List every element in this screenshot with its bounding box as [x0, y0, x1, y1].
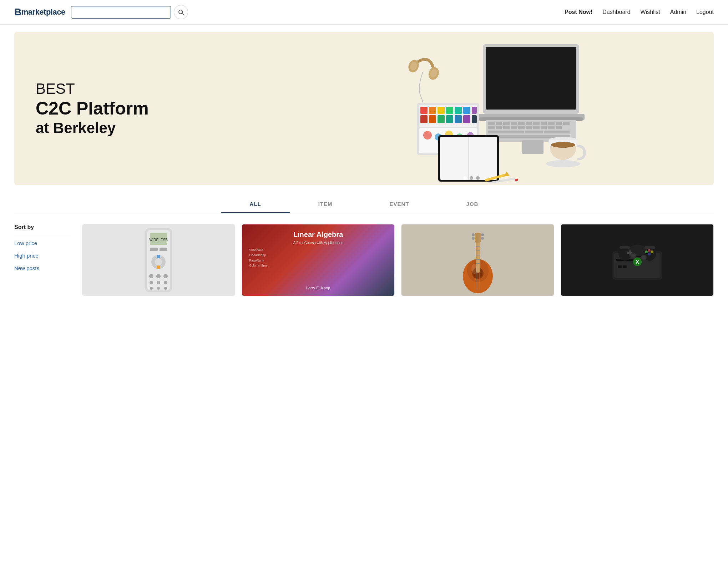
svg-text:X: X: [636, 259, 639, 265]
svg-rect-11: [518, 122, 525, 125]
svg-rect-10: [511, 122, 517, 125]
svg-point-88: [150, 287, 153, 290]
remote-control-svg: WIRELESS: [143, 226, 174, 294]
product-image-book: Linear Algebra A First Course with Appli…: [242, 224, 394, 296]
product-card-xbox[interactable]: X: [561, 224, 714, 296]
hero-line1: BEST: [36, 80, 149, 98]
sort-divider: [14, 235, 71, 235]
logo-text: marketplace: [21, 7, 65, 17]
svg-rect-25: [541, 126, 547, 129]
nav-post-now[interactable]: Post Now!: [565, 9, 592, 15]
svg-rect-12: [526, 122, 532, 125]
main-nav: Post Now! Dashboard Wishlist Admin Logou…: [565, 9, 714, 15]
category-tabs: ALL ITEM EVENT JOB: [14, 196, 714, 213]
svg-point-83: [156, 274, 161, 278]
hero-banner: BEST C2C Platform at Berkeley: [14, 32, 714, 185]
product-image-remote: WIRELESS: [82, 224, 235, 296]
svg-rect-26: [548, 126, 555, 129]
tab-all[interactable]: ALL: [221, 196, 290, 213]
product-card-remote[interactable]: WIRELESS: [82, 224, 235, 296]
svg-rect-20: [503, 126, 510, 129]
search-icon: [178, 9, 184, 15]
product-card-book[interactable]: Linear Algebra A First Course with Appli…: [242, 224, 395, 296]
svg-point-80: [157, 255, 160, 258]
tab-job[interactable]: JOB: [438, 196, 507, 213]
svg-rect-14: [541, 122, 547, 125]
svg-rect-44: [463, 107, 470, 114]
sort-new-posts[interactable]: New posts: [14, 265, 71, 271]
svg-point-81: [157, 265, 160, 269]
svg-rect-24: [533, 126, 540, 129]
svg-rect-21: [511, 126, 517, 129]
sort-high-price[interactable]: High price: [14, 253, 71, 259]
svg-rect-39: [420, 107, 428, 114]
svg-point-86: [157, 281, 160, 284]
hero-text: BEST C2C Platform at Berkeley: [14, 66, 170, 152]
svg-rect-47: [429, 115, 436, 123]
svg-rect-51: [463, 115, 470, 123]
hero-line2: C2C Platform: [36, 98, 149, 119]
book-author: Larry E. Knop: [306, 286, 330, 290]
nav-dashboard[interactable]: Dashboard: [602, 9, 630, 15]
book-subtitle: A First Course with Applications: [293, 241, 343, 245]
header: B marketplace Post Now! Dashboard Wishli…: [0, 0, 728, 25]
svg-rect-16: [556, 122, 562, 125]
svg-point-109: [471, 264, 477, 274]
svg-rect-40: [429, 107, 436, 114]
svg-rect-9: [503, 122, 510, 125]
svg-rect-41: [438, 107, 445, 114]
svg-rect-27: [556, 126, 562, 129]
svg-rect-32: [522, 140, 544, 154]
svg-rect-52: [472, 115, 477, 123]
svg-point-82: [149, 274, 153, 278]
sort-low-price[interactable]: Low price: [14, 240, 71, 246]
product-image-xbox: X: [561, 224, 713, 296]
nav-wishlist[interactable]: Wishlist: [641, 9, 660, 15]
nav-logout[interactable]: Logout: [696, 9, 714, 15]
svg-rect-17: [563, 122, 570, 125]
svg-rect-3: [486, 47, 576, 110]
svg-rect-13: [533, 122, 540, 125]
svg-rect-76: [150, 248, 158, 251]
svg-point-79: [155, 258, 162, 265]
search-button[interactable]: [174, 5, 188, 19]
svg-rect-120: [644, 246, 655, 249]
svg-rect-49: [446, 115, 453, 123]
logo[interactable]: B marketplace: [14, 6, 65, 18]
sort-by-label: Sort by: [14, 224, 71, 230]
hero-line3: at Berkeley: [36, 119, 149, 137]
svg-rect-43: [455, 107, 462, 114]
svg-point-124: [648, 249, 651, 252]
svg-rect-8: [496, 122, 502, 125]
svg-rect-23: [526, 126, 532, 129]
svg-point-105: [481, 237, 484, 240]
book-cover-display: Linear Algebra A First Course with Appli…: [242, 224, 394, 296]
svg-point-130: [642, 256, 646, 259]
tab-event[interactable]: EVENT: [361, 196, 438, 213]
product-grid: WIRELESS: [82, 224, 714, 296]
svg-point-125: [648, 253, 651, 255]
product-card-guitar[interactable]: [401, 224, 554, 296]
svg-text:WIRELESS: WIRELESS: [149, 238, 168, 242]
svg-point-70: [470, 176, 473, 180]
svg-point-54: [423, 131, 432, 140]
svg-point-85: [150, 281, 153, 284]
svg-point-103: [472, 237, 475, 240]
svg-rect-7: [488, 122, 495, 125]
book-title: Linear Algebra: [293, 230, 343, 239]
svg-rect-19: [496, 126, 502, 129]
svg-rect-122: [629, 250, 631, 255]
svg-rect-46: [420, 115, 428, 123]
svg-rect-15: [548, 122, 555, 125]
search-wrapper: [71, 5, 188, 19]
content-area: Sort by Low price High price New posts W…: [14, 224, 714, 296]
svg-rect-42: [446, 107, 453, 114]
nav-admin[interactable]: Admin: [670, 9, 686, 15]
svg-rect-50: [455, 115, 462, 123]
search-input[interactable]: [71, 6, 171, 19]
svg-point-61: [546, 160, 580, 167]
tab-item[interactable]: ITEM: [290, 196, 361, 213]
svg-rect-45: [472, 107, 477, 114]
svg-rect-30: [544, 131, 570, 133]
logo-b-letter: B: [14, 6, 21, 18]
